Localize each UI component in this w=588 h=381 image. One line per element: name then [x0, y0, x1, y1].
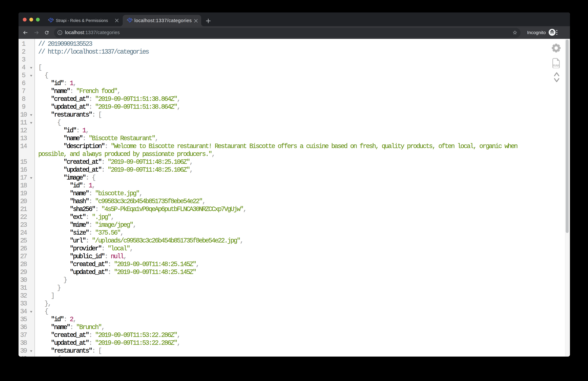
svg-text:RAW: RAW — [553, 64, 560, 67]
